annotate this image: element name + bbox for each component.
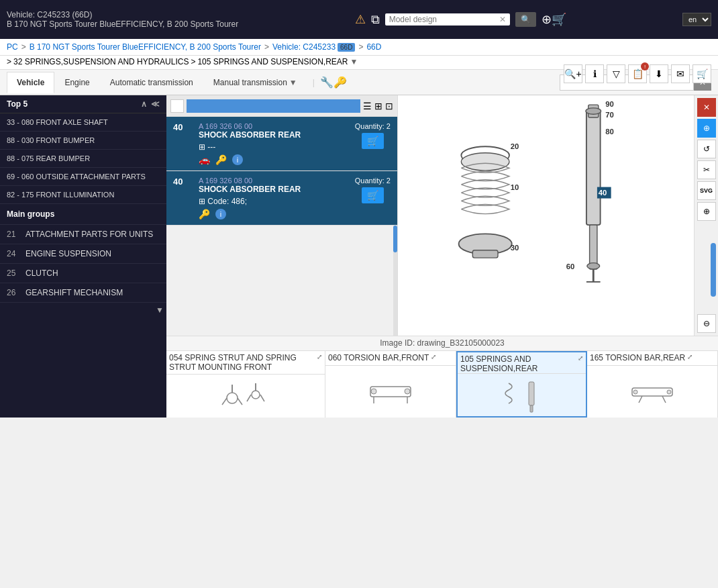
- model-clear-icon[interactable]: ✕: [499, 15, 506, 24]
- sidebar-group-24[interactable]: 24 ENGINE SUSPENSION: [0, 244, 166, 264]
- breadcrumb-105[interactable]: 105 SPRINGS AND SUSPENSION,REAR: [197, 57, 348, 66]
- vehicle-id: Vehicle: C245233 (66D): [7, 10, 238, 19]
- svg-text:20: 20: [511, 142, 519, 150]
- breadcrumb-springs[interactable]: 32 SPRINGS,SUSPENSION AND HYDRAULICS: [13, 57, 189, 66]
- toolbar-doc[interactable]: 📋 !: [628, 64, 647, 83]
- thumb-1-ext-icon[interactable]: ⤢: [317, 353, 322, 360]
- lang-selector[interactable]: en: [682, 13, 711, 26]
- part-extra-1: ⊞ ---: [199, 142, 350, 152]
- sidebar-item-axle[interactable]: 33 - 080 FRONT AXLE SHAFT: [0, 113, 166, 132]
- sidebar-item-outside[interactable]: 69 - 060 OUTSIDE ATTACHMENT PARTS: [0, 168, 166, 186]
- tab-engine[interactable]: Engine: [54, 72, 99, 93]
- tab-automatic[interactable]: Automatic transmission: [100, 72, 203, 93]
- tab-icon-1[interactable]: 🔧: [320, 76, 334, 89]
- thumbnails-row: 054 SPRING STRUT AND SPRING STRUT MOUNTI…: [166, 350, 718, 418]
- search-icon-btn[interactable]: 🔍: [515, 12, 536, 27]
- zoom-out-btn[interactable]: ⊖: [697, 314, 716, 333]
- part-info-icon-1[interactable]: i: [232, 154, 243, 165]
- sidebar-item-illumination[interactable]: 82 - 175 FRONT ILLUMINATION: [0, 186, 166, 204]
- part-info-icon-2[interactable]: i: [215, 209, 226, 219]
- toolbar-info[interactable]: ℹ: [585, 64, 604, 83]
- thumb-4[interactable]: 165 TORSION BAR,REAR ⤢: [587, 351, 718, 418]
- thumb-1-img: [166, 375, 325, 418]
- sidebar-item-bumper-rear[interactable]: 88 - 075 REAR BUMPER: [0, 150, 166, 168]
- part-key-icon-1[interactable]: 🔑: [215, 154, 227, 165]
- center-content: ☰ ⊞ ⊡ 40 A 169 326 06 00 SHOCK ABSORBER …: [166, 95, 718, 418]
- breadcrumb-vehicle[interactable]: Vehicle: C245233: [272, 42, 336, 52]
- sidebar-item-bumper-front[interactable]: 88 - 030 FRONT BUMPER: [0, 132, 166, 150]
- thumb-2-img: [325, 366, 456, 418]
- add-to-cart-2[interactable]: 🛒: [362, 187, 384, 203]
- scrollbar-thumb[interactable]: [393, 226, 397, 252]
- image-id-text: Image ID: drawing_B32105000023: [380, 338, 504, 348]
- breadcrumb-dropdown-icon[interactable]: ▼: [350, 57, 358, 66]
- parts-toolbar-checkbox[interactable]: [170, 99, 184, 113]
- parts-view-list[interactable]: ☰: [363, 101, 372, 111]
- part-pos-2: 40: [173, 177, 193, 187]
- svg-btn[interactable]: SVG: [697, 181, 716, 200]
- thumb-3-ext-icon[interactable]: ⤢: [578, 354, 583, 362]
- part-key-icon-2[interactable]: 🔑: [199, 209, 210, 219]
- part-row-2[interactable]: 40 A 169 326 08 00 SHOCK ABSORBER REAR ⊞…: [166, 171, 397, 226]
- svg-text:90: 90: [605, 100, 614, 108]
- svg-text:60: 60: [566, 262, 575, 271]
- crosshair-btn[interactable]: ⊕: [697, 119, 716, 138]
- tab-manual[interactable]: Manual transmission ▼: [203, 72, 307, 93]
- part-car-icon-1[interactable]: 🚗: [199, 154, 210, 165]
- history-btn[interactable]: ↺: [697, 140, 716, 158]
- top5-collapse-icon[interactable]: ∧: [141, 99, 147, 109]
- tab-manual-dropdown-icon[interactable]: ▼: [289, 78, 297, 87]
- svg-point-8: [587, 263, 600, 269]
- thumb-3-label: 105 SPRINGS AND SUSPENSION,REAR ⤢: [458, 352, 586, 374]
- top5-controls: ∧ ≪: [141, 99, 160, 109]
- right-tools: ✕ ⊕ ↺ ✂ SVG ⊕ ⊖: [694, 95, 718, 336]
- breadcrumb-model[interactable]: B 170 NGT Sports Tourer BlueEFFICIENCY, …: [30, 42, 261, 52]
- parts-view-expand[interactable]: ⊡: [385, 101, 393, 111]
- svg-line-26: [247, 395, 251, 401]
- thumb-4-ext-icon[interactable]: ⤢: [687, 353, 693, 360]
- warning-icon[interactable]: ⚠: [355, 12, 366, 27]
- diagram-area: 10 20 30 40 60 70 80 90 ✕ ⊕ ↺ ✂ SVG: [398, 95, 718, 336]
- close-panel-btn[interactable]: ✕: [697, 98, 716, 117]
- sidebar-group-25[interactable]: 25 CLUTCH: [0, 264, 166, 283]
- tab-vehicle[interactable]: Vehicle: [7, 72, 54, 93]
- model-search-input[interactable]: [389, 15, 497, 24]
- main-groups-title: Main groups: [0, 204, 166, 225]
- thumb-4-img: [587, 366, 717, 418]
- thumb-2[interactable]: 060 TORSION BAR,FRONT ⤢: [325, 351, 456, 418]
- sidebar-scroll-down[interactable]: ▼: [156, 305, 164, 315]
- right-scroll-indicator[interactable]: [711, 243, 716, 297]
- toolbar-download[interactable]: ⬇: [650, 64, 668, 83]
- toolbar-mail[interactable]: ✉: [671, 64, 690, 83]
- breadcrumb-pc[interactable]: PC: [7, 42, 18, 52]
- part-info-2: A 169 326 08 00 SHOCK ABSORBER REAR ⊞ Co…: [199, 177, 350, 219]
- part-row-1[interactable]: 40 A 169 326 06 00 SHOCK ABSORBER REAR ⊞…: [166, 117, 397, 171]
- thumb-2-ext-icon[interactable]: ⤢: [431, 353, 436, 360]
- svg-rect-4: [586, 111, 601, 226]
- top5-expand-icon[interactable]: ≪: [151, 99, 160, 109]
- copy-icon[interactable]: ⧉: [371, 13, 380, 27]
- sidebar-group-21[interactable]: 21 ATTACHMENT PARTS FOR UNITS: [0, 225, 166, 244]
- language-select[interactable]: en: [682, 13, 711, 26]
- toolbar-zoom-in[interactable]: 🔍+: [564, 64, 582, 83]
- svg-point-7: [586, 108, 601, 114]
- scissors-btn[interactable]: ✂: [697, 160, 716, 179]
- sidebar-group-26[interactable]: 26 GEARSHIFT MECHANISM: [0, 283, 166, 303]
- diagram-svg: 10 20 30 40 60 70 80 90: [398, 95, 718, 336]
- zoom-in-btn[interactable]: ⊕: [697, 202, 716, 221]
- sidebar: Top 5 ∧ ≪ 33 - 080 FRONT AXLE SHAFT 88 -…: [0, 95, 166, 418]
- parts-view-grid[interactable]: ⊞: [374, 101, 382, 111]
- add-cart-icon[interactable]: ⊕🛒: [542, 12, 566, 27]
- toolbar-filter[interactable]: ▽: [607, 64, 625, 83]
- part-table-icon-2[interactable]: ⊞ Code: 486;: [199, 197, 247, 206]
- top5-title: Top 5: [7, 99, 28, 109]
- thumb-3[interactable]: 105 SPRINGS AND SUSPENSION,REAR ⤢: [456, 351, 587, 418]
- toolbar-cart[interactable]: 🛒: [693, 64, 711, 83]
- part-table-icon-1[interactable]: ⊞ ---: [199, 142, 215, 152]
- svg-point-30: [405, 389, 410, 394]
- svg-point-36: [633, 390, 637, 394]
- thumb-1[interactable]: 054 SPRING STRUT AND SPRING STRUT MOUNTI…: [166, 351, 325, 418]
- breadcrumb-66d[interactable]: 66D: [366, 42, 381, 52]
- add-to-cart-1[interactable]: 🛒: [362, 133, 384, 149]
- tab-icon-2[interactable]: 🔑: [334, 76, 347, 89]
